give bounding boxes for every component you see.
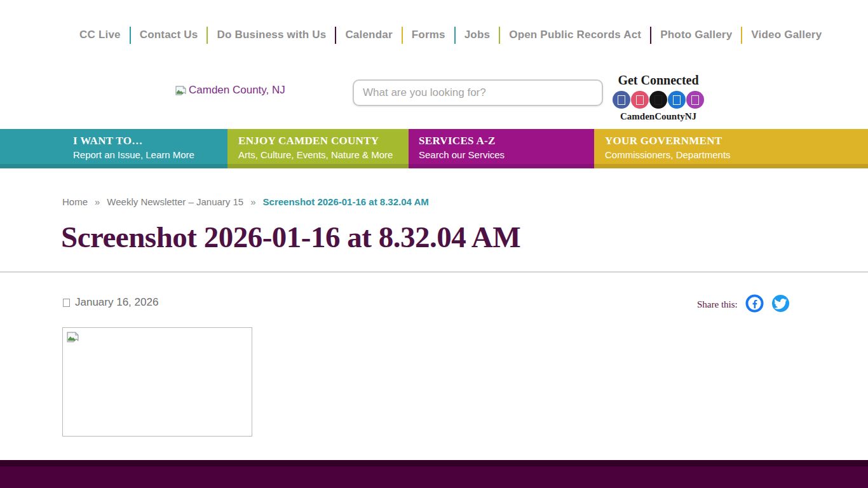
mega-nav-subtitle: Arts, Culture, Events, Nature & More xyxy=(238,149,409,160)
breadcrumb-newsletter[interactable]: Weekly Newsletter – January 15 xyxy=(107,196,243,207)
social-icons-row xyxy=(610,91,707,109)
social-link-icon[interactable] xyxy=(686,91,704,109)
mega-nav-your-government[interactable]: YOUR GOVERNMENT Commissioners, Departmen… xyxy=(594,129,868,168)
missing-glyph xyxy=(636,95,644,105)
nav-link-cc-live[interactable]: CC Live xyxy=(79,29,130,41)
nav-link-forms[interactable]: Forms xyxy=(403,29,454,41)
mega-nav-title: I WANT TO… xyxy=(73,135,227,147)
broken-image-icon xyxy=(175,85,187,96)
page-title: Screenshot 2026-01-16 at 8.32.04 AM xyxy=(61,220,520,254)
missing-glyph xyxy=(673,95,681,105)
mega-nav-subtitle: Commissioners, Departments xyxy=(605,149,868,160)
mega-nav-title: ENJOY CAMDEN COUNTY xyxy=(238,135,409,147)
logo-alt-text: Camden County, NJ xyxy=(189,84,285,97)
title-divider xyxy=(0,271,868,273)
calendar-icon xyxy=(63,299,70,307)
nav-link-jobs[interactable]: Jobs xyxy=(456,29,499,41)
breadcrumb-separator: » xyxy=(250,196,255,207)
share-block: Share this: xyxy=(697,294,790,313)
breadcrumb-home[interactable]: Home xyxy=(62,196,88,207)
mega-nav-i-want-to[interactable]: I WANT TO… Report an Issue, Learn More xyxy=(0,129,227,168)
mega-nav-subtitle: Report an Issue, Learn More xyxy=(73,149,227,160)
missing-glyph xyxy=(618,95,625,105)
instagram-icon[interactable] xyxy=(631,91,649,109)
nav-link-do-business[interactable]: Do Business with Us xyxy=(208,29,335,41)
nav-link-video-gallery[interactable]: Video Gallery xyxy=(742,29,831,41)
mega-nav-title: SERVICES A-Z xyxy=(419,135,594,147)
site-logo-broken-image[interactable]: Camden County, NJ xyxy=(175,84,285,97)
breadcrumb-separator: » xyxy=(95,196,100,207)
mega-nav-subtitle: Search our Services xyxy=(419,149,594,160)
facebook-icon[interactable] xyxy=(613,91,630,109)
share-label: Share this: xyxy=(697,297,738,310)
mega-nav: I WANT TO… Report an Issue, Learn More E… xyxy=(0,129,868,168)
mega-nav-services-a-z[interactable]: SERVICES A-Z Search our Services xyxy=(409,129,594,168)
breadcrumb: Home » Weekly Newsletter – January 15 » … xyxy=(62,196,429,207)
share-twitter-icon[interactable] xyxy=(771,294,790,313)
article-image-broken[interactable] xyxy=(62,327,252,437)
breadcrumb-current-page: Screenshot 2026-01-16 at 8.32.04 AM xyxy=(263,196,429,207)
x-twitter-icon[interactable] xyxy=(649,91,667,109)
search-input[interactable] xyxy=(353,79,603,106)
get-connected-heading: Get Connected xyxy=(610,73,707,88)
missing-glyph xyxy=(691,95,699,105)
twitter-icon[interactable] xyxy=(668,91,686,109)
post-date-text: January 16, 2026 xyxy=(75,296,158,309)
missing-glyph xyxy=(654,95,662,105)
nav-link-opra[interactable]: Open Public Records Act xyxy=(500,29,650,41)
share-facebook-icon[interactable] xyxy=(745,294,764,313)
post-date: January 16, 2026 xyxy=(63,296,158,309)
nav-link-calendar[interactable]: Calendar xyxy=(336,29,401,41)
get-connected-block: Get Connected CamdenCountyNJ xyxy=(610,73,707,122)
nav-link-photo-gallery[interactable]: Photo Gallery xyxy=(651,29,741,41)
top-utility-nav: CC Live Contact Us Do Business with Us C… xyxy=(79,25,831,44)
footer-top-strip xyxy=(0,460,868,466)
social-handle: CamdenCountyNJ xyxy=(610,111,707,122)
footer[interactable] xyxy=(0,466,868,488)
mega-nav-title: YOUR GOVERNMENT xyxy=(605,135,868,147)
mega-nav-enjoy-camden-county[interactable]: ENJOY CAMDEN COUNTY Arts, Culture, Event… xyxy=(227,129,409,168)
nav-link-contact-us[interactable]: Contact Us xyxy=(131,29,207,41)
broken-image-icon xyxy=(66,331,79,343)
